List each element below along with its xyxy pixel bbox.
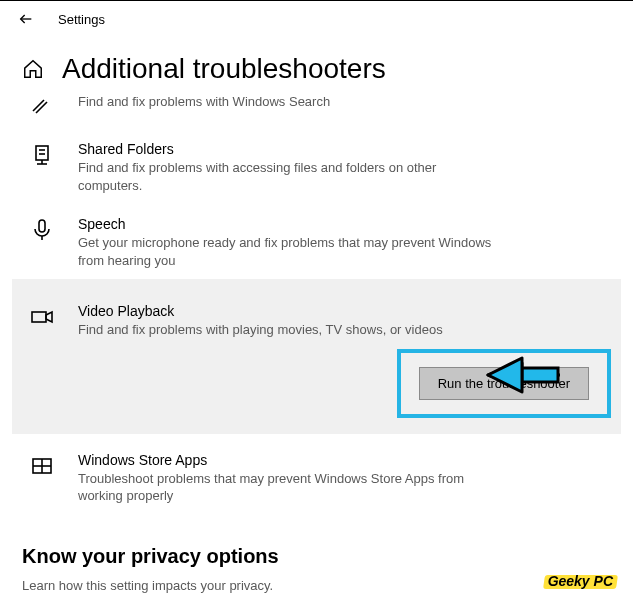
window-title: Settings xyxy=(58,12,105,27)
video-camera-icon xyxy=(30,305,54,339)
item-desc: Find and fix problems with Windows Searc… xyxy=(78,93,501,111)
watermark: Geeky PC xyxy=(546,572,615,590)
item-title: Video Playback xyxy=(78,303,601,319)
privacy-title: Know your privacy options xyxy=(22,545,611,568)
troubleshooter-list: Find and fix problems with Windows Searc… xyxy=(22,87,611,515)
annotation-arrow-icon xyxy=(482,348,562,402)
privacy-desc: Learn how this setting impacts your priv… xyxy=(22,578,611,593)
svg-rect-8 xyxy=(39,220,45,232)
svg-line-2 xyxy=(36,102,47,113)
svg-line-1 xyxy=(33,100,44,111)
troubleshooter-item-search[interactable]: Find and fix problems with Windows Searc… xyxy=(22,87,611,129)
item-title: Shared Folders xyxy=(78,141,501,157)
svg-rect-10 xyxy=(32,312,46,322)
troubleshooter-item-store-apps[interactable]: Windows Store Apps Troubleshoot problems… xyxy=(22,440,611,515)
microphone-icon xyxy=(30,218,54,269)
svg-marker-11 xyxy=(46,312,52,322)
item-title: Windows Store Apps xyxy=(78,452,501,468)
store-apps-icon xyxy=(30,454,54,505)
back-icon[interactable] xyxy=(18,11,34,27)
troubleshooter-item-video-playback[interactable]: Video Playback Find and fix problems wit… xyxy=(12,291,621,349)
item-desc: Troubleshoot problems that may prevent W… xyxy=(78,470,501,505)
svg-rect-15 xyxy=(522,368,558,382)
item-desc: Find and fix problems with playing movie… xyxy=(78,321,601,339)
privacy-section: Know your privacy options Learn how this… xyxy=(22,545,611,606)
item-desc: Get your microphone ready and fix proble… xyxy=(78,234,501,269)
svg-marker-16 xyxy=(488,358,522,392)
item-title: Speech xyxy=(78,216,501,232)
item-desc: Find and fix problems with accessing fil… xyxy=(78,159,501,194)
page-title: Additional troubleshooters xyxy=(62,53,386,85)
search-edit-icon xyxy=(30,91,54,119)
troubleshooter-item-shared-folders[interactable]: Shared Folders Find and fix problems wit… xyxy=(22,129,611,204)
home-icon[interactable] xyxy=(22,58,44,80)
shared-folders-icon xyxy=(30,143,54,194)
svg-rect-3 xyxy=(36,146,48,160)
troubleshooter-item-speech[interactable]: Speech Get your microphone ready and fix… xyxy=(22,204,611,279)
